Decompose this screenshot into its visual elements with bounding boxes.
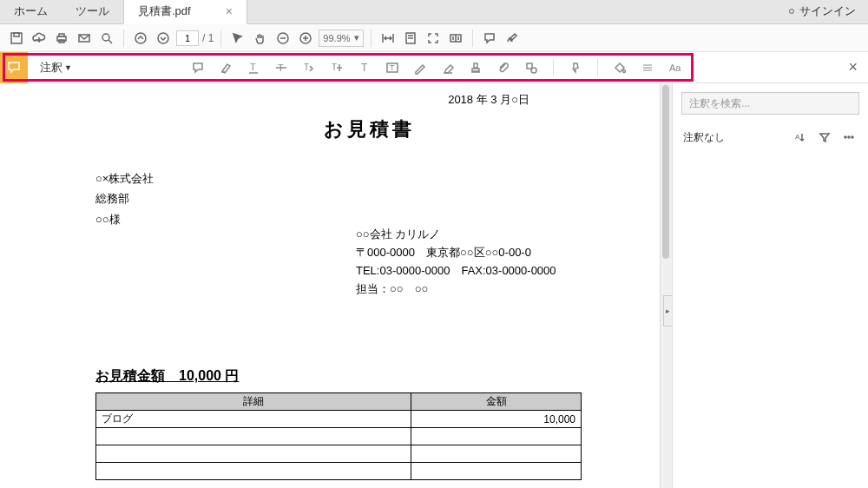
text-strikethrough-icon[interactable]: T — [272, 58, 291, 77]
from-tel: TEL:03-0000-0000 FAX:03-0000-0000 — [356, 262, 642, 280]
mail-icon[interactable] — [75, 29, 94, 48]
text-insert-icon[interactable]: T — [327, 58, 346, 77]
annotation-dropdown[interactable]: 注釈 ▼ — [28, 60, 84, 76]
comments-panel: 注釈を検索... 注釈なし A — [672, 83, 868, 488]
svg-rect-0 — [11, 33, 22, 43]
table-row — [96, 445, 582, 463]
pencil-icon[interactable] — [411, 58, 430, 77]
doc-date: 2018 年 3 月○日 — [95, 92, 642, 108]
page-input[interactable] — [176, 30, 199, 46]
text-replace-icon[interactable]: T — [299, 58, 319, 77]
tab-home[interactable]: ホーム — [0, 0, 62, 23]
page-down-icon[interactable] — [154, 29, 173, 48]
svg-rect-1 — [14, 33, 19, 36]
no-annotations-label: 注釈なし — [683, 130, 785, 145]
annotation-toolbar: 注釈 ▼ T T T T T T Aa × — [0, 52, 868, 83]
to-dept: 総務部 — [95, 188, 642, 208]
svg-point-22 — [622, 69, 625, 72]
sign-icon[interactable] — [503, 29, 522, 48]
hand-icon[interactable] — [251, 29, 270, 48]
table-row — [96, 428, 582, 445]
svg-text:Aa: Aa — [669, 63, 681, 73]
tab-document[interactable]: 見積書.pdf × — [123, 0, 247, 24]
fit-width-icon[interactable] — [378, 29, 398, 48]
page-total: / 1 — [202, 32, 214, 44]
svg-text:T: T — [390, 63, 395, 72]
fit-page-icon[interactable] — [401, 29, 420, 48]
text-box-icon[interactable]: T — [383, 58, 402, 77]
chevron-down-icon: ▼ — [64, 63, 72, 72]
estimate-amount: お見積金額 10,000 円 — [95, 367, 642, 386]
highlight-text-icon[interactable] — [216, 58, 235, 77]
line-width-icon[interactable] — [638, 58, 657, 77]
search-icon[interactable] — [97, 29, 116, 48]
eraser-icon[interactable] — [438, 58, 457, 77]
table-row — [96, 463, 582, 480]
zoom-out-icon[interactable] — [273, 29, 293, 48]
selection-icon[interactable] — [228, 29, 247, 48]
page-indicator: / 1 — [176, 30, 214, 46]
table-row: ブログ10,000 — [96, 411, 582, 428]
sort-icon[interactable]: A — [792, 129, 809, 146]
main-area: 2018 年 3 月○日 お見積書 ○×株式会社 総務部 ○○様 ○○会社 カリ… — [0, 83, 868, 488]
close-annotation-bar[interactable]: × — [848, 58, 858, 76]
save-icon[interactable] — [7, 29, 26, 48]
scroll-thumb[interactable] — [662, 85, 669, 259]
filter-icon[interactable] — [816, 129, 833, 146]
text-properties-icon[interactable]: Aa — [666, 58, 685, 77]
svg-rect-3 — [59, 34, 64, 36]
th-detail: 詳細 — [96, 393, 411, 411]
annotation-mode-icon[interactable] — [0, 52, 28, 83]
svg-text:T: T — [332, 63, 337, 72]
th-amount: 金額 — [411, 393, 582, 411]
search-annotations-input[interactable]: 注釈を検索... — [681, 92, 859, 115]
to-company: ○×株式会社 — [95, 168, 642, 188]
svg-text:T: T — [361, 62, 368, 74]
signin-button[interactable]: サインイン — [777, 0, 868, 23]
stamp-icon[interactable] — [466, 58, 485, 77]
chevron-down-icon: ▾ — [354, 32, 359, 43]
from-company: ○○会社 カリルノ — [356, 226, 642, 244]
annotation-label: 注釈 — [40, 60, 62, 76]
signin-indicator-icon — [789, 9, 794, 14]
zoom-dropdown[interactable]: 99.9% ▾ — [319, 30, 363, 47]
pin-icon[interactable] — [566, 58, 585, 77]
text-underline-icon[interactable]: T — [244, 58, 263, 77]
svg-point-21 — [531, 68, 536, 73]
from-person: 担当：○○ ○○ — [356, 280, 642, 299]
main-toolbar: / 1 99.9% ▾ — [0, 24, 868, 52]
drawing-tools-icon[interactable] — [522, 58, 541, 77]
print-icon[interactable] — [52, 29, 71, 48]
document-viewport[interactable]: 2018 年 3 月○日 お見積書 ○×株式会社 総務部 ○○様 ○○会社 カリ… — [0, 83, 660, 488]
attachment-icon[interactable] — [494, 58, 513, 77]
fullscreen-icon[interactable] — [424, 29, 443, 48]
tab-close-icon[interactable]: × — [226, 4, 233, 18]
svg-point-25 — [845, 136, 846, 138]
cloud-icon[interactable] — [30, 29, 49, 48]
panel-collapse-handle[interactable]: ▸ — [663, 295, 672, 326]
page-up-icon[interactable] — [131, 29, 150, 48]
svg-text:T: T — [250, 62, 256, 72]
tab-document-label: 見積書.pdf — [138, 3, 191, 19]
zoom-value: 99.9% — [323, 33, 350, 43]
signin-label: サインイン — [799, 3, 856, 19]
comment-bubble-icon[interactable] — [480, 29, 499, 48]
zoom-in-icon[interactable] — [296, 29, 315, 48]
scrollbar-vertical[interactable] — [660, 83, 672, 488]
cell-detail: ブログ — [96, 411, 411, 428]
estimate-table: 詳細金額 ブログ10,000 — [95, 392, 582, 480]
svg-point-7 — [135, 33, 146, 43]
svg-rect-20 — [527, 63, 532, 69]
svg-point-27 — [852, 136, 853, 138]
tab-tools[interactable]: ツール — [62, 0, 123, 23]
svg-point-26 — [848, 136, 850, 138]
sticky-note-icon[interactable] — [188, 58, 207, 77]
svg-point-6 — [102, 34, 109, 41]
text-icon[interactable]: T — [355, 58, 374, 77]
more-options-icon[interactable] — [840, 129, 858, 146]
fill-color-icon[interactable] — [610, 58, 629, 77]
read-mode-icon[interactable] — [446, 29, 465, 48]
doc-title: お見積書 — [95, 116, 642, 142]
svg-text:A: A — [795, 133, 800, 141]
svg-text:T: T — [304, 63, 309, 72]
